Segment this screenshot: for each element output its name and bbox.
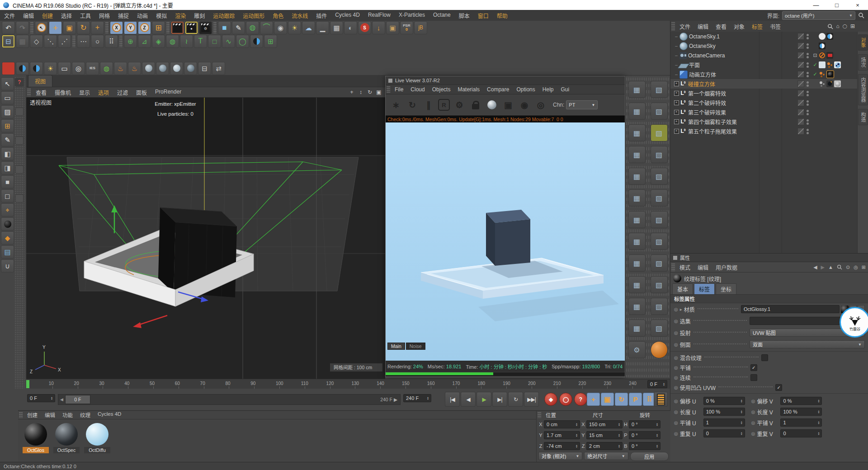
expand-icon[interactable]: + [673,119,679,124]
octane-restart-render-button[interactable]: ∗ [389,98,403,112]
manager-tab-0[interactable]: 对象 [858,34,868,51]
material-sphere[interactable] [86,423,108,446]
stepper-icon[interactable]: ▴▾ [661,382,665,386]
drag-handle[interactable] [27,88,31,96]
model-mode-button[interactable]: ◻ [1,189,14,202]
object-manager-menu-item[interactable]: 标签 [748,23,766,30]
pan-view-icon[interactable]: + [348,89,355,96]
material-menu-item[interactable]: 功能 [59,411,76,418]
subdivide-button[interactable]: ⊕ [124,35,137,48]
material-item[interactable]: OctDiffu [84,423,110,453]
path-icon[interactable]: ◯ [843,24,847,28]
material-item[interactable]: OctGlos [23,423,49,453]
menubar-item[interactable]: 雕刻 [190,12,209,19]
right-strip-icon[interactable]: ▦ [628,276,646,293]
next-frame-button[interactable]: ▶| [492,392,507,407]
start-frame-field[interactable]: 0 F ▴▾ [27,394,55,402]
layer-color-swatch[interactable] [797,99,804,106]
material-item[interactable]: OctSpec [53,423,80,453]
menubar-item[interactable]: 脚本 [455,12,474,19]
object-manager-menu-item[interactable]: 编辑 [694,23,712,30]
stepper-icon[interactable]: ▴▾ [816,399,819,403]
偏移 U-field[interactable]: 0 %▴▾ [703,397,745,405]
visibility-dots[interactable] [807,81,809,87]
octane-node-editor-button[interactable]: ⊟ [198,62,211,75]
长度 U-field[interactable]: 100 %▴▾ [703,408,745,416]
stepper-icon[interactable]: ▴▾ [425,396,429,400]
viewport-menu-item[interactable]: 选项 [94,89,113,96]
sweep-button[interactable]: ∿ [222,35,235,48]
viewport-menu-item[interactable]: 摄像机 [51,89,75,96]
right-strip-icon[interactable]: ▦ [628,233,646,250]
attribute-tab[interactable]: 标签 [694,283,715,294]
object-name[interactable]: 第四个烟雾粒子效果 [688,118,797,126]
half-tag-icon[interactable] [819,42,826,49]
octane-render-region-button[interactable] [2,62,15,75]
octane-settings-gear-button[interactable]: ⚙ [453,98,466,112]
layer-color-swatch[interactable] [797,118,804,125]
octane-vdb-fire-button[interactable]: ♨ [114,62,127,75]
menubar-item[interactable]: Cycles 4D [331,12,364,19]
extrude-button[interactable]: ⊿ [138,35,151,48]
attribute-tab[interactable]: 基本 [672,283,693,294]
material-menu-item[interactable]: 纹理 [76,411,94,418]
使用凹凸 UVW-checkbox[interactable]: ✓ [775,384,782,391]
visibility-dots[interactable] [807,53,809,58]
menubar-item[interactable]: 运动跟踪 [209,12,239,19]
tree-row[interactable]: –OctaneSky [670,41,858,51]
attributes-menu-item[interactable]: 模式 [676,263,694,271]
bomb-tag-icon[interactable] [826,80,833,87]
menubar-item[interactable]: 角色 [269,12,288,19]
fracture-button[interactable]: ◈ [152,35,165,48]
object-name[interactable]: OctaneCamera [688,52,797,59]
material-name[interactable]: OctGlos [23,447,49,453]
visibility-dots[interactable] [807,91,809,96]
coordinate-field[interactable]: 0 °▴▾ [629,431,660,439]
half-tag-icon[interactable] [826,33,833,40]
sidebar-mini-icon[interactable] [15,165,24,174]
coordinate-manager-button[interactable]: ⊟ [2,35,15,48]
point-mode-button[interactable]: ◧ [1,147,14,160]
tree-row[interactable]: –OctaneCamera⊡ [670,51,858,60]
tree-row[interactable]: +L0第二个破碎特效 [670,98,858,108]
right-strip-icon[interactable]: ▧ [651,254,668,272]
search-icon[interactable] [827,24,833,29]
axis-mode-button[interactable]: ⌖ [1,203,14,216]
blackballSel-tag-icon[interactable] [826,70,834,78]
tree-row[interactable]: –平面✓ [670,60,858,70]
new-panel-icon[interactable]: ⊞ [862,264,866,270]
coordinate-field[interactable]: -74 cm▴▾ [544,442,580,450]
偏移 V-field[interactable]: 0 %▴▾ [780,397,822,405]
expand-icon[interactable]: + [673,81,679,86]
visibility-dots[interactable] [807,72,809,77]
live-viewer-menu-item[interactable]: Options [513,86,538,93]
text-spline-button[interactable]: T [194,35,207,48]
stepper-icon[interactable]: ▴▾ [617,444,620,448]
bake-texture-button[interactable]: ▣ [386,21,399,34]
rotate-view-icon[interactable]: ↻ [366,89,373,96]
tree-row[interactable]: +L0第三个破碎效果 [670,108,858,117]
right-strip-icon[interactable]: ▧ [651,276,668,293]
home-icon[interactable]: ⌂ [836,23,840,29]
render-tab-main[interactable]: Main [387,343,405,350]
right-strip-icon[interactable]: ⚙ [628,341,646,358]
stepper-icon[interactable]: ▴▾ [816,432,819,436]
tree-row[interactable]: +L0碰撞立方体 [670,79,858,89]
menubar-item[interactable]: 工具 [76,12,95,19]
right-strip-icon[interactable]: ▧ [651,103,668,120]
right-strip-icon[interactable]: ▧ [651,81,668,98]
menubar-item[interactable]: Octane [429,12,455,19]
timeline-ruler[interactable]: 1020304050607080901001101201301401501601… [26,379,670,389]
attribute-tab[interactable]: 坐标 [716,283,736,294]
move-tool[interactable]: + [49,21,62,34]
loop-mode-button[interactable]: ↻ [508,392,523,407]
undo-button[interactable]: ↶ [2,21,15,34]
autokey-button[interactable]: ◯ [559,393,572,406]
right-strip-icon[interactable]: ▧ [651,320,668,337]
bend-deformer-button[interactable]: ⌒ [260,21,273,34]
right-strip-icon[interactable]: ▧ [651,189,668,207]
layer-color-swatch[interactable] [797,71,804,78]
render-view-button[interactable] [171,21,184,34]
viewport-tab[interactable]: 视图 [28,75,52,87]
menubar-item[interactable]: 模拟 [152,12,171,19]
